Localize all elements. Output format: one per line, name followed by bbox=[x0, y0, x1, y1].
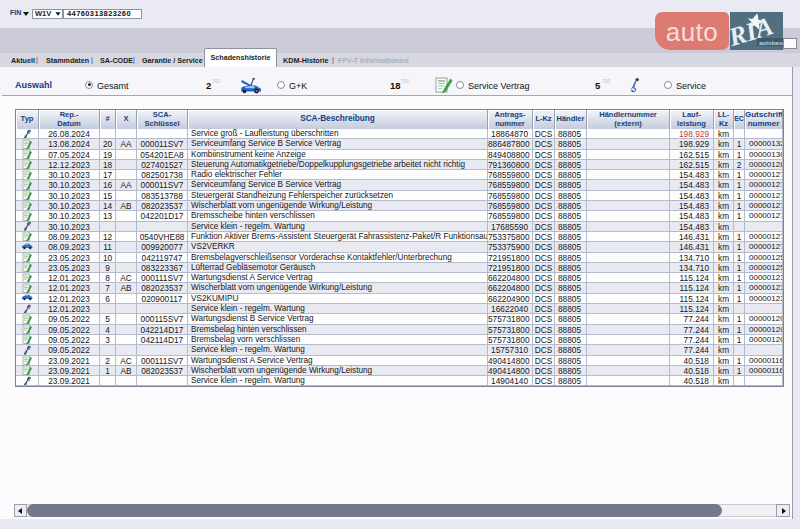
svg-text:autobase: autobase bbox=[759, 40, 783, 46]
